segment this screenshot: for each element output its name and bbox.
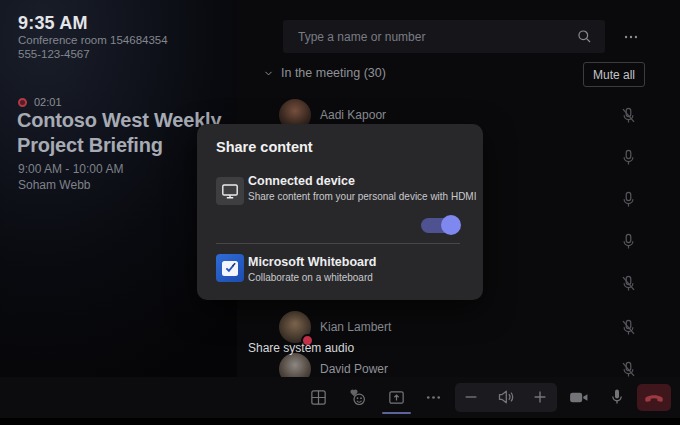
screen-bottom-edge [0, 418, 680, 425]
mic-muted-icon [619, 318, 638, 337]
microphone-icon[interactable] [601, 381, 633, 413]
call-control-bar [0, 377, 680, 418]
mute-all-button[interactable]: Mute all [583, 62, 645, 87]
participant-name: David Power [320, 362, 388, 376]
share-system-audio-toggle[interactable] [421, 215, 463, 236]
camera-icon[interactable] [562, 381, 594, 413]
share-content-dialog: Share content Connected device Share con… [197, 124, 483, 300]
search-placeholder: Type a name or number [298, 30, 576, 44]
mic-icon [619, 148, 638, 167]
search-icon[interactable] [576, 28, 593, 45]
recording-indicator: 02:01 [18, 96, 62, 108]
share-screen-icon[interactable] [380, 381, 412, 413]
mic-icon [619, 232, 638, 251]
recording-timer: 02:01 [34, 96, 62, 108]
clock: 9:35 AM [18, 13, 88, 34]
gallery-grid-icon[interactable] [302, 381, 334, 413]
reactions-icon[interactable] [341, 381, 373, 413]
mic-muted-icon [619, 274, 638, 293]
connected-device-icon[interactable] [216, 177, 244, 205]
share-system-audio-label: Share system audio [248, 341, 354, 355]
participant-name: Kian Lambert [320, 320, 391, 334]
meeting-title-line1: Contoso West Weekly [17, 108, 221, 133]
toggle-knob [441, 215, 461, 235]
more-options-icon[interactable] [417, 381, 449, 413]
meeting-time: 9:00 AM - 10:00 AM [18, 162, 123, 176]
roster-section-header[interactable]: In the meeting (30) [263, 66, 386, 80]
meeting-title-line2: Project Briefing [17, 133, 221, 158]
whiteboard-description: Collaborate on a whiteboard [248, 271, 373, 283]
participant-name: Aadi Kapoor [320, 108, 386, 122]
volume-down-icon[interactable] [455, 381, 487, 413]
chevron-down-icon [263, 68, 274, 79]
search-input[interactable]: Type a name or number [283, 20, 605, 53]
whiteboard-title[interactable]: Microsoft Whiteboard [248, 255, 376, 269]
record-icon [18, 98, 27, 107]
in-meeting-count-label: In the meeting (30) [281, 66, 386, 80]
dialog-title: Share content [216, 139, 313, 155]
volume-up-icon[interactable] [524, 381, 556, 413]
dialog-divider [216, 243, 460, 244]
room-phone-number: 555-123-4567 [18, 48, 90, 60]
mic-icon [619, 190, 638, 209]
speaker-icon[interactable] [490, 381, 522, 413]
connected-device-title[interactable]: Connected device [248, 174, 355, 188]
room-name: Conference room 154684354 [18, 34, 168, 46]
hang-up-button[interactable] [637, 384, 671, 411]
share-active-underline [382, 412, 411, 414]
meeting-title: Contoso West Weekly Project Briefing [17, 108, 221, 158]
whiteboard-logo [222, 261, 238, 276]
connected-device-description: Share content from your personal device … [248, 190, 476, 202]
roster-more-options-icon[interactable] [619, 26, 643, 48]
hang-up-icon [643, 387, 665, 409]
mic-muted-icon [619, 106, 638, 125]
whiteboard-icon[interactable] [216, 254, 244, 282]
meeting-organizer: Soham Webb [18, 178, 91, 192]
